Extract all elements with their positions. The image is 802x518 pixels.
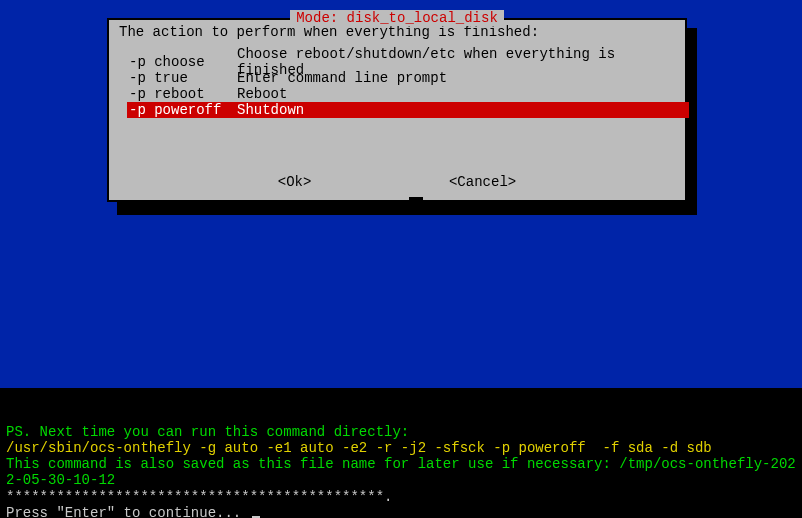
dialog-scroll-tick <box>409 197 423 210</box>
option-choose[interactable]: -p choose Choose reboot/shutdown/etc whe… <box>129 54 675 70</box>
option-flag: -p true <box>129 70 237 86</box>
option-poweroff[interactable]: -p poweroff Shutdown <box>127 102 689 118</box>
option-flag: -p reboot <box>129 86 237 102</box>
ok-button[interactable]: <Ok> <box>278 174 312 190</box>
terminal-prompt-text: Press "Enter" to continue... <box>6 505 250 518</box>
option-desc: Reboot <box>237 86 675 102</box>
option-true[interactable]: -p true Enter command line prompt <box>129 70 675 86</box>
cursor-icon <box>252 516 260 518</box>
option-desc: Enter command line prompt <box>237 70 675 86</box>
terminal-line: PS. Next time you can run this command d… <box>6 424 796 440</box>
options-list[interactable]: -p choose Choose reboot/shutdown/etc whe… <box>129 54 675 118</box>
dialog-body: The action to perform when everything is… <box>109 20 685 118</box>
mode-dialog: Mode: disk_to_local_disk The action to p… <box>107 18 687 202</box>
dialog-title: Mode: disk_to_local_disk <box>290 10 504 26</box>
option-flag: -p poweroff <box>129 102 237 118</box>
dialog-button-row: <Ok> <Cancel> <box>109 174 685 190</box>
terminal-output[interactable]: PS. Next time you can run this command d… <box>0 388 802 518</box>
terminal-line: This command is also saved as this file … <box>6 456 796 488</box>
cancel-button[interactable]: <Cancel> <box>449 174 516 190</box>
dialog-title-wrap: Mode: disk_to_local_disk <box>109 10 685 26</box>
option-flag: -p choose <box>129 54 237 70</box>
terminal-command-line: /usr/sbin/ocs-onthefly -g auto -e1 auto … <box>6 440 796 456</box>
terminal-separator: ****************************************… <box>6 489 796 505</box>
dialog-prompt: The action to perform when everything is… <box>119 24 675 40</box>
option-reboot[interactable]: -p reboot Reboot <box>129 86 675 102</box>
option-desc: Shutdown <box>237 102 675 118</box>
terminal-prompt: Press "Enter" to continue... <box>6 505 796 518</box>
